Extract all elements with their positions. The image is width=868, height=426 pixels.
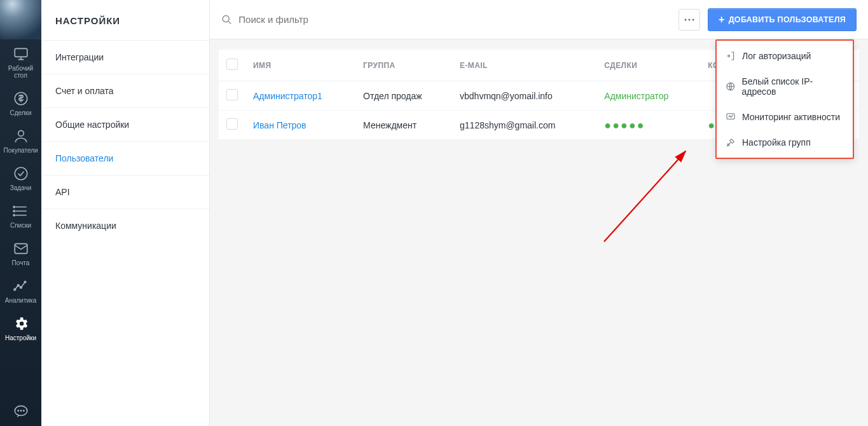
subnav-title: НАСТРОЙКИ — [41, 0, 209, 40]
search-icon — [221, 14, 232, 25]
dropdown-label: Настройка групп — [742, 137, 811, 148]
plus-icon: + — [719, 15, 725, 25]
analytics-icon — [13, 278, 29, 294]
subnav-item-users[interactable]: Пользователи — [41, 141, 209, 175]
rail-item-tasks[interactable]: Задачи — [0, 159, 41, 196]
select-all-checkbox[interactable] — [226, 58, 238, 70]
topbar: + ДОБАВИТЬ ПОЛЬЗОВАТЕЛЯ — [210, 0, 868, 39]
user-email: g1128shym@gmail.com — [452, 111, 596, 140]
subnav-item-communications[interactable]: Коммуникации — [41, 209, 209, 242]
svg-rect-0 — [15, 48, 27, 57]
row-checkbox[interactable] — [226, 118, 238, 130]
svg-point-17 — [685, 18, 687, 20]
globe-icon — [726, 81, 736, 92]
monitor-icon — [726, 112, 736, 122]
row-checkbox[interactable] — [226, 89, 238, 100]
settings-subnav: НАСТРОЙКИ Интеграции Счет и оплата Общие… — [41, 0, 210, 426]
user-group: Отдел продаж — [355, 81, 452, 111]
svg-point-13 — [18, 410, 18, 411]
actions-dropdown: Лог авторизаций Белый список IP-адресов … — [715, 39, 854, 159]
rail-item-mail[interactable]: Почта — [0, 234, 41, 271]
chat-icon — [13, 403, 29, 420]
settings-icon — [13, 315, 29, 332]
dropdown-label: Мониторинг активности — [742, 112, 840, 122]
add-user-label: ДОБАВИТЬ ПОЛЬЗОВАТЕЛЯ — [729, 15, 846, 24]
workspace-avatar[interactable] — [0, 0, 41, 39]
svg-point-5 — [13, 210, 15, 212]
user-deals: Администратор — [604, 91, 668, 101]
svg-point-8 — [13, 289, 15, 291]
rail-label: Покупатели — [3, 147, 38, 154]
rail-label: Почта — [12, 259, 30, 266]
rail-item-analytics[interactable]: Аналитика — [0, 271, 41, 309]
log-icon — [726, 51, 736, 61]
svg-point-15 — [23, 410, 24, 411]
mail-icon — [13, 240, 29, 257]
rail-label: Аналитика — [5, 297, 37, 304]
user-group: Менеждмент — [355, 111, 452, 140]
left-rail: Рабочийстол Сделки Покупатели Задачи Спи… — [0, 0, 41, 426]
col-deals[interactable]: СДЕЛКИ — [596, 50, 700, 81]
subnav-item-api[interactable]: API — [41, 175, 209, 209]
dropdown-label: Белый список IP-адресов — [742, 76, 844, 97]
rail-label: Сделки — [10, 109, 31, 116]
dropdown-item-activity-monitor[interactable]: Мониторинг активности — [717, 104, 853, 130]
col-name[interactable]: ИМЯ — [245, 50, 355, 81]
search-input[interactable] — [238, 14, 671, 25]
ellipsis-icon — [684, 18, 695, 22]
svg-point-18 — [689, 18, 691, 20]
subnav-item-billing[interactable]: Счет и оплата — [41, 74, 209, 107]
add-user-button[interactable]: + ДОБАВИТЬ ПОЛЬЗОВАТЕЛЯ — [708, 8, 857, 31]
svg-point-3 — [15, 167, 27, 180]
rail-item-desktop[interactable]: Рабочийстол — [0, 39, 41, 84]
dropdown-item-ip-whitelist[interactable]: Белый список IP-адресов — [717, 69, 853, 104]
rail-item-settings[interactable]: Настройки — [0, 309, 41, 347]
rail-label: Списки — [10, 222, 31, 229]
svg-point-6 — [13, 214, 15, 216]
col-group[interactable]: ГРУППА — [355, 50, 452, 81]
svg-point-14 — [20, 410, 21, 411]
svg-point-16 — [223, 15, 229, 22]
more-button[interactable] — [679, 9, 700, 31]
user-email: vbdhvmqn@yomail.info — [452, 81, 596, 111]
rail-item-deals[interactable]: Сделки — [0, 84, 41, 121]
desktop-icon — [13, 46, 29, 62]
subnav-item-integrations[interactable]: Интеграции — [41, 40, 209, 74]
rail-item-chat[interactable] — [0, 397, 41, 426]
deals-icon — [13, 90, 29, 107]
user-name-link[interactable]: Администратор1 — [253, 91, 322, 101]
svg-point-19 — [692, 18, 694, 20]
user-name-link[interactable]: Иван Петров — [253, 120, 307, 130]
rail-label: Рабочийстол — [8, 65, 33, 79]
main-area: + ДОБАВИТЬ ПОЛЬЗОВАТЕЛЯ ИМЯ ГРУППА E-MAI… — [210, 0, 868, 426]
rail-label: Задачи — [10, 184, 32, 191]
rail-label: Настройки — [5, 334, 36, 341]
rail-item-buyers[interactable]: Покупатели — [0, 121, 41, 159]
rail-item-lists[interactable]: Списки — [0, 196, 41, 234]
svg-point-2 — [18, 130, 24, 136]
tools-icon — [726, 137, 736, 148]
svg-line-22 — [604, 151, 685, 242]
lists-icon — [13, 203, 29, 219]
user-deals: ●●●●● — [604, 119, 645, 132]
col-email[interactable]: E-MAIL — [452, 50, 596, 81]
dropdown-item-group-settings[interactable]: Настройка групп — [717, 130, 853, 155]
search-box[interactable] — [221, 14, 671, 25]
tasks-icon — [13, 165, 29, 182]
svg-rect-7 — [15, 244, 27, 253]
dropdown-label: Лог авторизаций — [742, 51, 811, 61]
subnav-item-general[interactable]: Общие настройки — [41, 107, 209, 141]
svg-point-4 — [13, 206, 15, 207]
buyers-icon — [13, 128, 29, 144]
dropdown-item-auth-log[interactable]: Лог авторизаций — [717, 43, 853, 69]
